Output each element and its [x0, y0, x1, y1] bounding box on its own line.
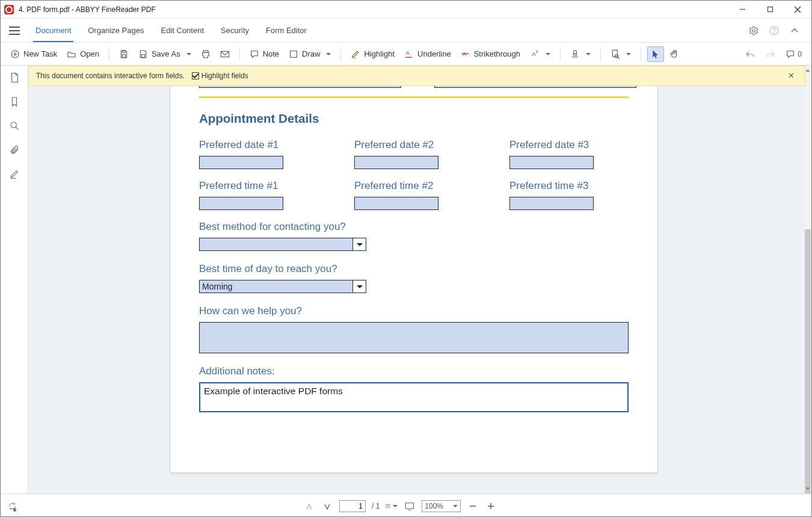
attachments-panel-icon[interactable]: [7, 143, 22, 157]
zoom-value: 100%: [425, 502, 443, 510]
tab-security[interactable]: Security: [212, 19, 257, 42]
pages-panel-icon[interactable]: [7, 70, 22, 85]
date1-input[interactable]: [199, 156, 283, 169]
chevron-down-icon: [353, 280, 366, 293]
collapse-ribbon-icon[interactable]: [789, 25, 801, 37]
note-tool-button[interactable]: Note: [246, 47, 283, 61]
highlight-tool-button[interactable]: Highlight: [347, 47, 398, 61]
search-doc-button[interactable]: [607, 47, 635, 61]
scroll-down-arrow-icon[interactable]: [804, 486, 811, 494]
svg-rect-1: [767, 7, 772, 12]
sync-status-icon[interactable]: [8, 500, 20, 512]
svg-text:A: A: [406, 50, 410, 56]
svg-rect-33: [386, 504, 388, 507]
scrollbar-thumb[interactable]: [805, 229, 811, 494]
text-style-button[interactable]: A: [526, 47, 554, 61]
document-toolbar: New Task Open Save As Note Draw Highligh…: [1, 43, 811, 66]
zoom-in-button[interactable]: [485, 500, 497, 512]
svg-line-29: [618, 57, 620, 59]
tab-document[interactable]: Document: [27, 19, 79, 42]
tab-form-editor[interactable]: Form Editor: [257, 19, 315, 42]
highlight-label: Highlight: [364, 49, 395, 58]
new-task-button[interactable]: New Task: [7, 47, 61, 61]
toolbar-separator: [340, 48, 341, 61]
zoom-out-button[interactable]: [467, 500, 479, 512]
document-viewport[interactable]: This document contains interactive form …: [28, 66, 811, 494]
search-panel-icon[interactable]: [7, 119, 22, 133]
vertical-scrollbar[interactable]: [804, 66, 811, 494]
page-total-label: / 1: [372, 502, 380, 510]
workspace: This document contains interactive form …: [1, 66, 811, 494]
titlebar: 4. PDF form.pdf - ABBYY FineReader PDF: [1, 1, 811, 19]
time3-input[interactable]: [509, 197, 594, 210]
page-number-input[interactable]: [339, 500, 366, 512]
fit-screen-button[interactable]: [404, 500, 416, 512]
strikethrough-tool-button[interactable]: A Strikethrough: [457, 47, 524, 61]
section-divider: [199, 96, 629, 98]
notice-close-button[interactable]: ×: [785, 70, 798, 81]
best-time-dropdown[interactable]: Morning: [199, 280, 366, 293]
time2-input[interactable]: [354, 197, 438, 210]
how-help-label: How can we help you?: [199, 305, 629, 317]
window-minimize-button[interactable]: [728, 1, 756, 19]
underline-tool-button[interactable]: A Underline: [401, 47, 455, 61]
undo-button[interactable]: [741, 48, 759, 61]
svg-rect-14: [122, 54, 125, 57]
date2-input[interactable]: [354, 156, 438, 169]
print-button[interactable]: [197, 47, 214, 61]
redo-button[interactable]: [761, 48, 780, 61]
section-title: Appointment Details: [199, 111, 629, 126]
draw-tool-button[interactable]: Draw: [285, 47, 334, 61]
best-method-label: Best method for contacting you?: [199, 221, 629, 233]
tab-organize-pages[interactable]: Organize Pages: [79, 19, 152, 42]
hamburger-menu-button[interactable]: [5, 19, 23, 42]
pointer-tool-button[interactable]: [647, 46, 664, 62]
svg-rect-15: [141, 54, 144, 57]
help-icon[interactable]: [768, 25, 780, 37]
zoom-select[interactable]: 100%: [422, 500, 461, 512]
status-ok-dot: [13, 508, 16, 512]
time1-input[interactable]: [199, 197, 283, 210]
toolbar-separator: [641, 48, 641, 61]
additional-notes-input[interactable]: Example of interactive PDF forms: [199, 382, 629, 412]
time3-label: Preferred time #3: [509, 180, 629, 192]
toolbar-separator: [239, 48, 240, 61]
svg-line-31: [16, 127, 19, 130]
svg-text:A: A: [532, 51, 536, 57]
left-side-rail: [1, 66, 28, 494]
checkbox-icon: [192, 72, 199, 79]
toolbar-separator: [600, 48, 601, 61]
svg-point-7: [752, 29, 755, 32]
bookmarks-panel-icon[interactable]: [7, 94, 22, 109]
save-as-button[interactable]: Save As: [135, 47, 195, 61]
tab-edit-content[interactable]: Edit Content: [152, 19, 212, 42]
highlight-fields-label: Highlight fields: [201, 72, 248, 80]
save-as-label: Save As: [152, 49, 180, 58]
note-label: Note: [263, 49, 279, 58]
best-time-value: Morning: [199, 280, 353, 293]
comments-count: 0: [798, 50, 802, 58]
signatures-panel-icon[interactable]: [7, 167, 22, 181]
settings-gear-icon[interactable]: [748, 25, 760, 37]
prev-page-button[interactable]: [303, 500, 315, 512]
next-page-button[interactable]: [321, 500, 333, 512]
open-button[interactable]: Open: [63, 47, 103, 61]
highlight-fields-checkbox[interactable]: Highlight fields: [192, 72, 248, 80]
comments-panel-button[interactable]: 0: [782, 47, 805, 61]
window-maximize-button[interactable]: [756, 1, 784, 19]
new-task-label: New Task: [23, 49, 57, 58]
toolbar-separator: [109, 48, 109, 61]
window-close-button[interactable]: [784, 1, 811, 19]
hand-tool-button[interactable]: [666, 47, 683, 61]
best-method-dropdown[interactable]: [199, 238, 366, 251]
save-button[interactable]: [115, 47, 132, 61]
stamp-tool-button[interactable]: [567, 47, 594, 61]
time1-label: Preferred time #1: [199, 180, 318, 192]
date3-input[interactable]: [509, 156, 594, 169]
main-tabs-row: Document Organize Pages Edit Content Sec…: [1, 19, 811, 43]
how-help-input[interactable]: [199, 322, 629, 353]
notes-label: Additional notes:: [199, 365, 629, 377]
svg-rect-34: [389, 504, 390, 507]
email-button[interactable]: [217, 48, 233, 61]
page-layout-button[interactable]: [386, 500, 398, 512]
